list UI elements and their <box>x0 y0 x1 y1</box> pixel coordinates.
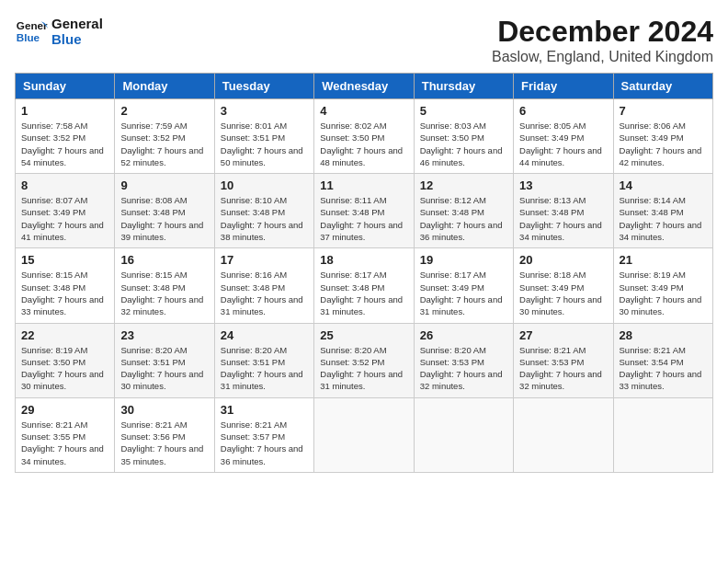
table-row: 18Sunrise: 8:17 AMSunset: 3:48 PMDayligh… <box>314 248 414 323</box>
table-row: 26Sunrise: 8:20 AMSunset: 3:53 PMDayligh… <box>414 323 513 397</box>
calendar-week-3: 15Sunrise: 8:15 AMSunset: 3:48 PMDayligh… <box>16 248 713 323</box>
table-row: 24Sunrise: 8:20 AMSunset: 3:51 PMDayligh… <box>214 323 313 397</box>
logo: General Blue General Blue <box>15 15 103 48</box>
table-row: 21Sunrise: 8:19 AMSunset: 3:49 PMDayligh… <box>613 248 712 323</box>
svg-text:Blue: Blue <box>17 31 40 43</box>
title-area: December 2024 Baslow, England, United Ki… <box>492 15 713 65</box>
table-row: 7Sunrise: 8:06 AMSunset: 3:49 PMDaylight… <box>613 99 712 174</box>
table-row: 3Sunrise: 8:01 AMSunset: 3:51 PMDaylight… <box>214 99 313 174</box>
calendar-week-2: 8Sunrise: 8:07 AMSunset: 3:49 PMDaylight… <box>16 174 713 248</box>
table-row: 11Sunrise: 8:11 AMSunset: 3:48 PMDayligh… <box>314 174 414 248</box>
calendar-week-5: 29Sunrise: 8:21 AMSunset: 3:55 PMDayligh… <box>16 397 713 472</box>
table-row <box>414 397 513 472</box>
table-row: 27Sunrise: 8:21 AMSunset: 3:53 PMDayligh… <box>514 323 613 397</box>
table-row <box>314 397 414 472</box>
col-sunday: Sunday <box>16 74 115 99</box>
table-row: 5Sunrise: 8:03 AMSunset: 3:50 PMDaylight… <box>414 99 513 174</box>
calendar-body: 1Sunrise: 7:58 AMSunset: 3:52 PMDaylight… <box>16 99 713 473</box>
col-friday: Friday <box>514 74 613 99</box>
table-row: 23Sunrise: 8:20 AMSunset: 3:51 PMDayligh… <box>115 323 214 397</box>
table-row: 29Sunrise: 8:21 AMSunset: 3:55 PMDayligh… <box>16 397 115 472</box>
col-monday: Monday <box>115 74 214 99</box>
col-wednesday: Wednesday <box>314 74 414 99</box>
table-row <box>514 397 613 472</box>
table-row: 2Sunrise: 7:59 AMSunset: 3:52 PMDaylight… <box>115 99 214 174</box>
table-row: 6Sunrise: 8:05 AMSunset: 3:49 PMDaylight… <box>514 99 613 174</box>
table-row: 17Sunrise: 8:16 AMSunset: 3:48 PMDayligh… <box>214 248 313 323</box>
table-row: 30Sunrise: 8:21 AMSunset: 3:56 PMDayligh… <box>115 397 214 472</box>
header: General Blue General Blue December 2024 … <box>15 15 713 65</box>
svg-text:General: General <box>17 19 48 31</box>
table-row: 19Sunrise: 8:17 AMSunset: 3:49 PMDayligh… <box>414 248 513 323</box>
table-row: 4Sunrise: 8:02 AMSunset: 3:50 PMDaylight… <box>314 99 414 174</box>
table-row: 9Sunrise: 8:08 AMSunset: 3:48 PMDaylight… <box>115 174 214 248</box>
col-saturday: Saturday <box>613 74 712 99</box>
table-row: 12Sunrise: 8:12 AMSunset: 3:48 PMDayligh… <box>414 174 513 248</box>
table-row: 28Sunrise: 8:21 AMSunset: 3:54 PMDayligh… <box>613 323 712 397</box>
table-row: 25Sunrise: 8:20 AMSunset: 3:52 PMDayligh… <box>314 323 414 397</box>
location-title: Baslow, England, United Kingdom <box>492 49 713 65</box>
table-row: 20Sunrise: 8:18 AMSunset: 3:49 PMDayligh… <box>514 248 613 323</box>
table-row: 10Sunrise: 8:10 AMSunset: 3:48 PMDayligh… <box>214 174 313 248</box>
logo-icon: General Blue <box>15 15 48 48</box>
table-row <box>613 397 712 472</box>
calendar-table: Sunday Monday Tuesday Wednesday Thursday… <box>15 73 713 473</box>
calendar-week-4: 22Sunrise: 8:19 AMSunset: 3:50 PMDayligh… <box>16 323 713 397</box>
table-row: 22Sunrise: 8:19 AMSunset: 3:50 PMDayligh… <box>16 323 115 397</box>
calendar-header-row: Sunday Monday Tuesday Wednesday Thursday… <box>16 74 713 99</box>
col-thursday: Thursday <box>414 74 513 99</box>
table-row: 31Sunrise: 8:21 AMSunset: 3:57 PMDayligh… <box>214 397 313 472</box>
logo-blue: Blue <box>51 31 103 47</box>
month-title: December 2024 <box>492 15 713 49</box>
logo-general: General <box>51 16 103 31</box>
table-row: 13Sunrise: 8:13 AMSunset: 3:48 PMDayligh… <box>514 174 613 248</box>
table-row: 15Sunrise: 8:15 AMSunset: 3:48 PMDayligh… <box>16 248 115 323</box>
calendar-week-1: 1Sunrise: 7:58 AMSunset: 3:52 PMDaylight… <box>16 99 713 174</box>
table-row: 8Sunrise: 8:07 AMSunset: 3:49 PMDaylight… <box>16 174 115 248</box>
col-tuesday: Tuesday <box>214 74 313 99</box>
cell-dec-1: 1Sunrise: 7:58 AMSunset: 3:52 PMDaylight… <box>16 99 115 174</box>
table-row: 14Sunrise: 8:14 AMSunset: 3:48 PMDayligh… <box>613 174 712 248</box>
table-row: 16Sunrise: 8:15 AMSunset: 3:48 PMDayligh… <box>115 248 214 323</box>
